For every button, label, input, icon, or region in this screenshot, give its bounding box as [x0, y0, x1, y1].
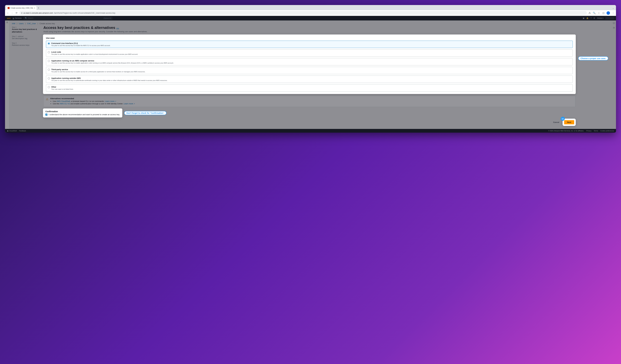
- breadcrumb-iam[interactable]: IAM: [12, 22, 15, 25]
- breadcrumb-users[interactable]: Users: [19, 22, 24, 25]
- learn-more-link[interactable]: Learn more: [105, 100, 116, 102]
- info-panel-icon[interactable]: ⓘ: [613, 22, 615, 24]
- page-title: Access key best practices & alternatives…: [43, 25, 608, 30]
- cloudshell-icon[interactable]: ▣: [583, 17, 584, 19]
- search-shortcut-hint: [Option+S]: [104, 17, 111, 19]
- chevron-right-icon: ❯: [25, 23, 26, 24]
- radio-icon: [48, 51, 50, 53]
- tab-title: Create access key | IAM | Glo: [10, 7, 33, 9]
- warning-icon: ⚠: [46, 97, 48, 105]
- hamburger-icon[interactable]: ☰: [6, 21, 8, 23]
- bookmark-icon[interactable]: ☆: [597, 12, 600, 14]
- terminal-icon: ▣: [7, 130, 8, 132]
- zoom-icon[interactable]: 🔍: [593, 12, 596, 14]
- breadcrumb: IAM ❯ Users ❯ C4C_User ❯ Create access k…: [12, 22, 608, 25]
- confirmation-checkbox-row[interactable]: I understand the above recommendation an…: [45, 113, 120, 116]
- alternatives-alert: ⚠ Alternatives recommended Use AWS Cloud…: [43, 95, 575, 107]
- search-icon: 🔍: [25, 17, 27, 19]
- footer-terms[interactable]: Terms: [594, 130, 598, 132]
- usecase-heading: Use case: [46, 37, 573, 39]
- chevron-right-icon: ❯: [16, 23, 17, 24]
- browser-toolbar: ← → ⟳ ⊟ us-east-1.console.aws.amazon.com…: [5, 10, 616, 16]
- annotation-usecase-tip: Choose a proper use case.: [578, 56, 608, 60]
- right-tools-strip: ⓘ ◷: [612, 20, 616, 129]
- alternative-item-cloudshell: Use AWS CloudShell, a browser-based CLI,…: [53, 100, 573, 102]
- reload-button[interactable]: ⟳: [15, 12, 18, 14]
- aws-logo[interactable]: aws: [7, 17, 11, 19]
- help-icon[interactable]: ?: [590, 17, 591, 19]
- footer-privacy[interactable]: Privacy: [586, 130, 591, 132]
- footer-copyright: © 2024, Amazon Web Services, Inc. or its…: [548, 130, 584, 132]
- next-button-highlight: Next: [563, 119, 575, 126]
- radio-icon: [48, 69, 50, 71]
- wizard-steps-nav: Step 1 Access key best practices & alter…: [12, 25, 39, 126]
- breadcrumb-current: Create access key: [39, 22, 55, 25]
- confirmation-heading: Confirmation: [45, 110, 120, 113]
- usecase-option-third-party[interactable]: Third-party service You plan to use this…: [46, 67, 573, 74]
- back-button[interactable]: ←: [6, 12, 9, 14]
- usecase-option-other[interactable]: Other Your use case is not listed here.: [46, 84, 573, 92]
- chevron-right-icon: ❯: [37, 23, 38, 24]
- radio-icon: [48, 78, 50, 79]
- url-path: /iam/home?region=eu-north-1#/users/detai…: [54, 12, 115, 14]
- cli-v2-link[interactable]: AWS CLI V2: [60, 103, 70, 105]
- radio-icon: [48, 86, 50, 88]
- next-button[interactable]: Next: [564, 120, 574, 124]
- alternative-item-cli-v2: Use the AWS CLI V2 and enable authentica…: [53, 103, 573, 105]
- confirmation-checkbox[interactable]: [45, 114, 47, 116]
- footer-feedback[interactable]: Feedback: [19, 130, 26, 132]
- annotation-confirmation-tip: Don't forget to check for 'Confirmation'…: [124, 111, 167, 115]
- browser-tab-strip: Create access key | IAM | Glo × + ⌄: [5, 5, 616, 10]
- site-info-icon[interactable]: ⊟: [21, 12, 22, 14]
- tab-favicon: [8, 7, 10, 9]
- aws-search-bar[interactable]: 🔍 [Option+S]: [24, 16, 112, 20]
- footer-cloudshell[interactable]: ▣ CloudShell: [7, 130, 17, 132]
- address-bar[interactable]: ⊟ us-east-1.console.aws.amazon.com/iam/h…: [19, 11, 587, 15]
- confirmation-panel: Confirmation I understand the above reco…: [43, 109, 122, 117]
- alternatives-heading: Alternatives recommended: [50, 97, 573, 100]
- new-tab-button[interactable]: +: [38, 7, 39, 10]
- clock-icon[interactable]: ◷: [613, 27, 615, 29]
- info-link[interactable]: Info: [116, 28, 119, 29]
- account-menu[interactable]: [605, 17, 614, 19]
- wizard-step-2[interactable]: Step 2 - optional Set description tag: [12, 35, 39, 40]
- grid-icon: [13, 17, 14, 19]
- radio-icon: [48, 60, 50, 62]
- browser-tab[interactable]: Create access key | IAM | Glo ×: [6, 6, 36, 10]
- notifications-icon[interactable]: 🔔: [586, 17, 588, 19]
- settings-icon[interactable]: ⚙: [593, 17, 595, 19]
- tabs-dropdown-icon[interactable]: ⌄: [612, 7, 615, 9]
- services-menu[interactable]: Services: [13, 17, 22, 19]
- usecase-option-local-code[interactable]: Local code You plan to use this access k…: [46, 49, 573, 57]
- learn-more-link[interactable]: Learn more: [124, 103, 135, 105]
- breadcrumb-user[interactable]: C4C_User: [27, 22, 36, 25]
- radio-icon: [48, 43, 50, 45]
- profile-avatar[interactable]: [606, 11, 610, 15]
- browser-menu-icon[interactable]: ⋮: [612, 12, 615, 14]
- close-tab-icon[interactable]: ×: [34, 7, 35, 9]
- aws-search-input[interactable]: [28, 17, 103, 19]
- wizard-step-3[interactable]: Step 3 Retrieve access keys: [12, 42, 39, 47]
- footer-cookies[interactable]: Cookie preferences: [600, 130, 614, 132]
- usecase-option-cli[interactable]: Command Line Interface (CLI) You plan to…: [46, 41, 573, 48]
- region-selector[interactable]: Global ▾: [597, 17, 604, 19]
- sidebar-toggle-strip: ☰: [5, 20, 9, 129]
- usecase-option-outside-aws[interactable]: Application running outside AWS You plan…: [46, 76, 573, 83]
- aws-top-nav: aws Services 🔍 [Option+S] ▣ 🔔 ? ⚙ Global…: [5, 16, 616, 20]
- aws-footer: ▣ CloudShell Feedback © 2024, Amazon Web…: [5, 129, 616, 133]
- usecase-option-compute-service[interactable]: Application running on an AWS compute se…: [46, 58, 573, 65]
- page-subtitle: Avoid using long-term credentials like a…: [43, 31, 608, 33]
- annotation-step-badge: 11: [561, 117, 565, 121]
- wizard-step-1[interactable]: Step 1 Access key best practices & alter…: [12, 26, 39, 33]
- wizard-action-row: Cancel 11 Next: [43, 119, 575, 126]
- usecase-panel: Use case Command Line Interface (CLI) Yo…: [43, 35, 575, 94]
- forward-button[interactable]: →: [11, 12, 14, 14]
- url-host: us-east-1.console.aws.amazon.com: [23, 12, 53, 14]
- translate-icon[interactable]: ⁂: [588, 12, 591, 14]
- cancel-button[interactable]: Cancel: [551, 120, 562, 124]
- cloudshell-link[interactable]: AWS CloudShell: [56, 100, 70, 102]
- extensions-icon[interactable]: ◫: [602, 12, 605, 14]
- confirmation-label: I understand the above recommendation an…: [49, 113, 120, 116]
